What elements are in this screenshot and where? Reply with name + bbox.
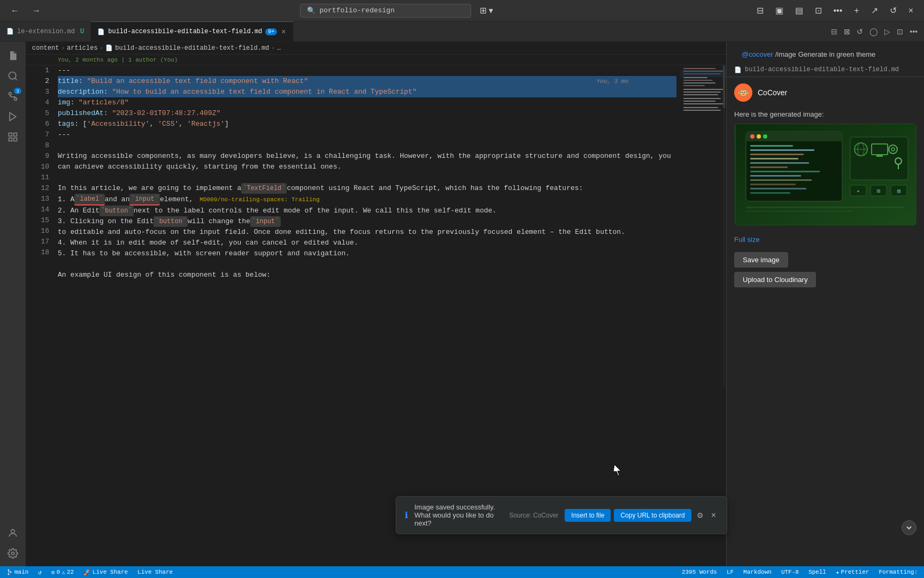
line-num-9: 9 xyxy=(30,151,49,162)
statusbar-formatting[interactable]: Formatting: xyxy=(876,569,920,575)
statusbar-language[interactable]: Markdown xyxy=(741,569,774,575)
activity-files[interactable] xyxy=(3,46,22,65)
extensions-button[interactable]: ⊞ ▾ xyxy=(475,3,497,18)
layout2-button[interactable]: ⊡ xyxy=(811,3,826,18)
history-button[interactable]: ↺ xyxy=(886,3,901,18)
prompt-container: @cocover /image Generate in green theme xyxy=(727,42,924,63)
tab-icon-md: 📄 xyxy=(6,28,14,35)
layout3-btn[interactable]: ⊠ xyxy=(842,26,852,37)
activity-run[interactable] xyxy=(3,107,22,126)
activity-settings[interactable] xyxy=(3,544,22,563)
code-line-17 xyxy=(58,259,676,270)
new-file-button[interactable]: + xyxy=(850,4,863,18)
svg-rect-66 xyxy=(746,210,853,212)
activity-search[interactable] xyxy=(3,66,22,86)
launchpad-label: Live Share xyxy=(93,569,128,575)
insert-to-file-button[interactable]: Insert to file xyxy=(565,509,611,522)
statusbar-sync[interactable]: ↺ xyxy=(36,569,44,576)
line-num-14: 14 xyxy=(30,204,49,215)
editor-content[interactable]: 1 2 3 4 5 6 7 8 9 10 11 12 13 14 15 16 1… xyxy=(26,65,726,566)
svg-rect-65 xyxy=(746,207,904,208)
statusbar-line-ending[interactable]: LF xyxy=(725,569,736,575)
prompt-header: @cocover /image Generate in green theme xyxy=(734,46,917,58)
code-line-3: description : "How to build an accessibl… xyxy=(58,87,676,97)
line-num-3: 3 xyxy=(30,87,49,97)
svg-rect-14 xyxy=(683,80,713,81)
line-num-8: 8 xyxy=(30,140,49,151)
breadcrumb-articles[interactable]: articles xyxy=(67,44,98,52)
tab-label-1: le-extension.md xyxy=(17,28,75,35)
svg-rect-7 xyxy=(9,138,12,141)
more-button[interactable]: ••• xyxy=(829,4,847,18)
save-image-button[interactable]: Save image xyxy=(734,252,788,268)
tab-le-extension[interactable]: 📄 le-extension.md U xyxy=(0,21,91,41)
panel-toggle[interactable]: ▤ xyxy=(791,3,807,18)
tab-build-accessible[interactable]: 📄 build-accessibile-editable-text-field.… xyxy=(91,21,294,41)
svg-rect-46 xyxy=(750,184,796,185)
svg-text:✦: ✦ xyxy=(856,188,859,194)
breadcrumb-file[interactable]: build-accessibile-editable-text-field.md xyxy=(115,44,269,52)
svg-point-2 xyxy=(9,93,12,95)
panel-full-size: Full size xyxy=(727,232,924,248)
statusbar-prettier[interactable]: ✦ Prettier xyxy=(834,569,871,576)
notification-text: Image saved successfully. What would you… xyxy=(414,503,503,527)
search-bar[interactable]: 🔍 portfolio-redesign xyxy=(300,4,471,18)
line-num-17: 17 xyxy=(30,237,49,247)
notification-close-button[interactable]: × xyxy=(709,509,718,521)
split-editor-btn[interactable]: ⊟ xyxy=(829,26,840,37)
more2-btn[interactable]: ••• xyxy=(907,26,920,37)
tab-label-2: build-accessibile-editable-text-field.md xyxy=(108,28,262,35)
activity-extensions[interactable] xyxy=(3,127,22,147)
svg-rect-19 xyxy=(683,94,718,95)
tab-close-button[interactable]: × xyxy=(280,27,287,36)
code-line-13: 2. An Edit `button` next to the label co… xyxy=(58,206,676,216)
generated-image-container: ✦ ⊠ ▤ xyxy=(734,124,917,225)
code-area[interactable]: --- title : "Build an accessible text fi… xyxy=(53,65,681,566)
circle-btn[interactable]: ◯ xyxy=(867,26,880,37)
activity-source-control[interactable]: 3 xyxy=(3,87,22,106)
code-line-4: img : "articles/8" xyxy=(58,97,676,108)
open-button[interactable]: ↗ xyxy=(867,3,882,18)
full-size-link[interactable]: Full size xyxy=(734,235,760,244)
prettier-label: Prettier xyxy=(841,569,869,575)
split2-btn[interactable]: ⊡ xyxy=(895,26,905,37)
copy-url-button[interactable]: Copy URL to clipboard xyxy=(614,509,691,522)
layout-button[interactable]: ⊟ xyxy=(752,3,768,18)
breadcrumb-ellipsis[interactable]: … xyxy=(277,44,281,52)
source-control-badge: 3 xyxy=(14,88,21,94)
right-panel: @cocover /image Generate in green theme … xyxy=(726,42,924,566)
code-line-11: In this article, we are going to impleme… xyxy=(58,183,676,194)
history2-btn[interactable]: ↺ xyxy=(854,26,865,37)
sidebar-toggle[interactable]: ▣ xyxy=(771,3,788,18)
back-button[interactable]: ← xyxy=(6,4,24,18)
breadcrumb-content[interactable]: content xyxy=(32,44,59,52)
statusbar-live-share[interactable]: Live Share xyxy=(135,569,175,575)
language-mode: Markdown xyxy=(743,569,772,575)
statusbar-errors[interactable]: ⊘ 0 ⚠ 22 xyxy=(49,569,76,576)
notification-icon: ℹ xyxy=(405,510,408,520)
cocover-header: 🐵 CoCover xyxy=(727,77,924,108)
formatting-label: Formatting: xyxy=(879,569,918,575)
statusbar-words[interactable]: 2395 Words xyxy=(680,569,719,575)
prompt-tag: @cocover xyxy=(742,50,773,58)
statusbar-branch[interactable]: main xyxy=(4,569,30,575)
svg-rect-18 xyxy=(683,92,721,93)
svg-point-35 xyxy=(757,134,761,139)
code-line-18: An example UI design of this component i… xyxy=(58,270,676,280)
warning-text-12: MD009/no-trailing-spaces: Trailing xyxy=(199,194,319,205)
statusbar-spell[interactable]: Spell xyxy=(806,569,828,575)
activity-account[interactable] xyxy=(3,523,22,543)
close-button[interactable]: × xyxy=(904,4,918,18)
upload-cloudinary-button[interactable]: Upload to Cloudinary xyxy=(734,272,816,287)
line-numbers: 1 2 3 4 5 6 7 8 9 10 11 12 13 14 15 16 1… xyxy=(26,65,53,566)
run-btn[interactable]: ▷ xyxy=(882,26,892,37)
svg-rect-16 xyxy=(683,85,705,86)
statusbar-encoding[interactable]: UTF-8 xyxy=(779,569,801,575)
notification-settings-button[interactable]: ⚙ xyxy=(695,510,706,521)
minimap xyxy=(681,65,726,566)
forward-button[interactable]: → xyxy=(28,4,45,18)
scroll-down-button[interactable] xyxy=(902,520,917,535)
svg-rect-21 xyxy=(683,101,715,102)
line-num-15: 15 xyxy=(30,215,49,226)
statusbar-launchpad[interactable]: 🚀 Live Share xyxy=(81,569,130,576)
